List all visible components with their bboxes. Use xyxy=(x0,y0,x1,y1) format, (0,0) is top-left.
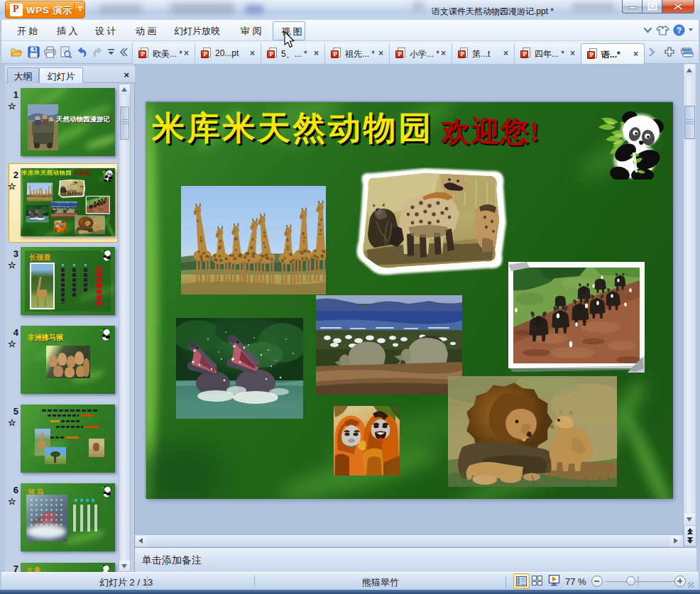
svg-text:?: ? xyxy=(677,26,682,35)
